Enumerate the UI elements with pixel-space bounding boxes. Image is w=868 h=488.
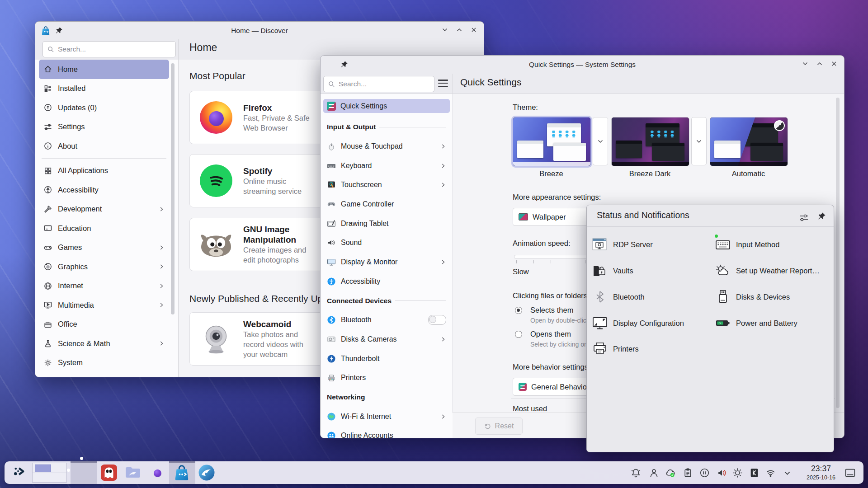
theme-breeze-dropdown[interactable] [593,117,608,165]
settings-item-mouse-touchpad[interactable]: Mouse & Touchpad [323,137,450,156]
theme-automatic-thumbnail[interactable] [710,117,788,166]
settings-item-drawing-tablet[interactable]: Drawing Tablet [323,214,450,233]
settings-item-keyboard[interactable]: Keyboard [323,156,450,175]
maximize-icon[interactable] [816,60,823,67]
sidebar-item-about[interactable]: About [39,136,169,156]
tray-item-input-method[interactable]: Input Method [715,237,779,252]
hamburger-menu-icon[interactable] [438,80,448,89]
settings-item-display-monitor[interactable]: Display & Monitor [323,253,450,272]
settings-search-input[interactable]: Search... [323,76,434,92]
sidebar-separator [39,156,169,161]
sidebar-item-internet[interactable]: Internet [39,277,169,296]
settings-item-printers[interactable]: Printers [323,368,450,388]
sidebar-item-multimedia[interactable]: Multimedia [39,296,169,315]
cloud-sync-icon[interactable] [665,467,676,479]
accessibility-icon [327,277,336,286]
sidebar-item-installed[interactable]: Installed [39,79,169,99]
chevron-right-icon [158,283,165,289]
input-method-icon [715,237,731,252]
sidebar-item-updates[interactable]: Updates (0) [39,98,169,117]
pin-icon[interactable] [817,212,826,222]
clock[interactable]: 23:37 2025-10-16 [800,464,842,481]
app-launcher-button[interactable] [13,466,27,479]
radio-opens-sub: Select by clicking on it [530,341,593,348]
sidebar-item-home[interactable]: Home [39,60,169,79]
rdp-server-icon [592,237,608,252]
settings-item-touchscreen[interactable]: Touchscreen [323,175,450,195]
tray-expand-chevron-icon[interactable] [782,467,793,479]
notifications-bell-icon[interactable] [630,467,642,479]
maximize-icon[interactable] [456,26,463,33]
settings-item-disks-cameras[interactable]: Disks & Cameras [323,330,450,349]
chevron-right-icon [440,413,446,420]
tray-item-rdp-server[interactable]: RDP Server [592,237,653,252]
discover-search-input[interactable]: Search... [42,41,176,57]
taskbar-dolphin[interactable] [124,464,142,481]
radio-opens-them[interactable]: Opens them [515,330,571,338]
hammer-icon [43,205,52,214]
tray-item-weather[interactable]: Set up Weather Report… [715,263,820,278]
user-icon[interactable] [648,467,660,479]
accounts-icon [327,431,336,438]
settings-item-accessibility[interactable]: Accessibility [323,272,450,291]
close-icon[interactable] [470,26,477,33]
bluetooth-toggle[interactable] [428,315,446,325]
tray-item-bluetooth[interactable]: Bluetooth [592,289,645,305]
sidebar-item-education[interactable]: Education [39,219,169,238]
tray-item-disks-devices[interactable]: Disks & Devices [715,289,790,305]
minimize-icon[interactable] [802,60,809,67]
settings-scrollbar[interactable] [836,98,840,408]
settings-item-game-controller[interactable]: Game Controller [323,195,450,214]
sidebar-item-all-applications[interactable]: All Applications [39,161,169,181]
sidebar-item-office[interactable]: Office [39,315,169,334]
minimize-icon[interactable] [441,26,448,33]
discover-sidebar-scrollbar[interactable] [171,63,175,314]
tray-item-vaults[interactable]: Vaults [592,263,633,278]
installed-icon [43,84,52,93]
configure-tray-icon[interactable] [798,213,809,225]
reset-button[interactable]: Reset [475,418,523,435]
sidebar-item-graphics[interactable]: Graphics [39,257,169,277]
close-icon[interactable] [830,60,838,67]
volume-icon[interactable] [717,467,728,479]
settings-item-bluetooth[interactable]: Bluetooth [323,310,450,330]
theme-label: Theme: [513,103,538,112]
pause-icon[interactable] [699,467,710,479]
show-desktop-button[interactable] [844,467,856,479]
settings-item-sound[interactable]: Sound [323,233,450,253]
wallpaper-button[interactable]: Wallpaper [513,208,599,226]
printer-icon [327,373,336,382]
settings-item-thunderbolt[interactable]: Thunderbolt [323,349,450,368]
theme-breeze-dark-thumbnail[interactable] [611,117,689,166]
tray-item-printers[interactable]: Printers [592,341,639,357]
taskbar-falkon[interactable] [198,464,215,481]
sidebar-item-science-math[interactable]: Science & Math [39,334,169,353]
general-behavior-button[interactable]: General Behavior [513,378,599,396]
animation-speed-label: Animation speed: [513,239,571,248]
brightness-icon[interactable] [732,467,743,479]
sidebar-item-system[interactable]: System [39,353,169,373]
tray-item-display-configuration[interactable]: Display Configuration [592,315,684,331]
reset-icon [484,422,491,430]
virtual-desktop-pager[interactable] [32,463,67,483]
sidebar-item-settings[interactable]: Settings [39,117,169,137]
tray-item-power-battery[interactable]: Power and Battery [715,315,797,331]
gamepad-icon [43,243,52,252]
taskbar-discover[interactable] [173,464,190,481]
theme-breeze-dark-dropdown[interactable] [691,117,707,165]
sidebar-item-quick-settings[interactable]: Quick Settings [323,99,450,113]
theme-breeze-thumbnail[interactable] [513,117,591,166]
settings-item-online-accounts[interactable]: Online Accounts [323,426,450,438]
settings-window-title: Quick Settings — System Settings [321,56,844,73]
settings-item-wifi-internet[interactable]: Wi-Fi & Internet [323,407,450,426]
clipboard-icon[interactable] [682,467,693,479]
kate-k-icon[interactable] [749,467,760,479]
radio-selects-them[interactable]: Selects them [515,306,573,314]
wifi-icon[interactable] [765,467,776,479]
taskbar-ghostwriter[interactable] [100,464,118,481]
sidebar-item-games[interactable]: Games [39,238,169,258]
settings-search-placeholder: Search... [339,80,367,88]
sidebar-item-development[interactable]: Development [39,200,169,219]
info-icon [43,141,52,150]
sidebar-item-accessibility[interactable]: Accessibility [39,180,169,200]
